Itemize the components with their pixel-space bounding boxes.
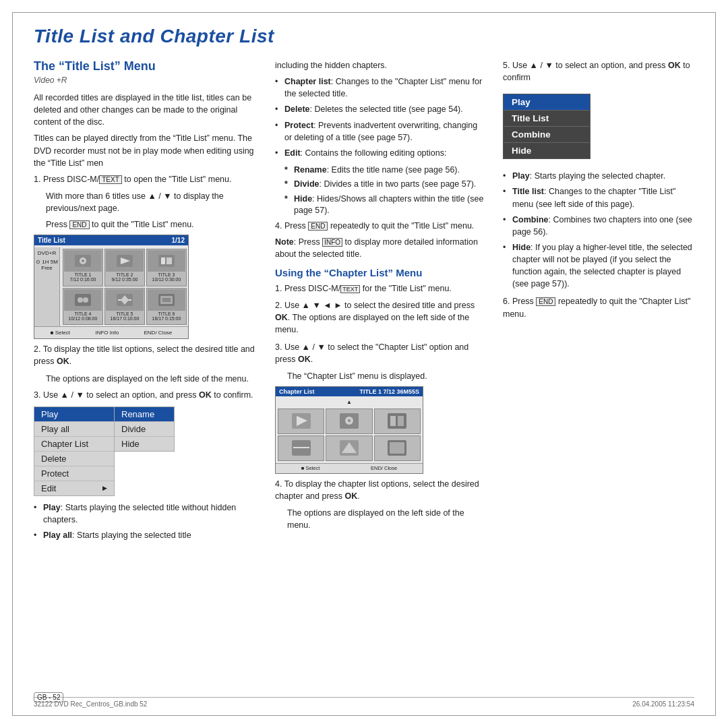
- intro-para2: Titles can be played directly from the “…: [34, 132, 256, 169]
- step1d: Press END to quit the "Title List" menu.: [46, 218, 256, 231]
- tl-select: ■ Select: [51, 330, 70, 336]
- subitem-hide: Hide: Hides/Shows all chapters within th…: [284, 193, 484, 217]
- submenu-hide-label: Hide: [121, 439, 140, 449]
- cl-select: ■ Select: [301, 465, 320, 471]
- step4: 4. Press END repeatedly to quit the "Tit…: [275, 220, 484, 232]
- step2-detail: The options are displayed on the left si…: [34, 373, 256, 385]
- bullet-play: Play: Starts playing the selected title …: [34, 502, 256, 526]
- step1-detail: With more than 6 titles use ▲ / ▼ to dis…: [34, 190, 256, 231]
- tl-thumb-5: TITLE 5 16/17 0:10:00: [104, 288, 145, 326]
- tl-header-right: 1/12: [172, 237, 185, 244]
- submenu-divide-label: Divide: [121, 424, 146, 434]
- svg-point-21: [348, 419, 351, 422]
- tl-header: Title List 1/12: [34, 235, 188, 245]
- tl-thumb-2: TITLE 2 9/12 0:35:00: [104, 249, 145, 286]
- svg-point-10: [83, 297, 88, 303]
- menu-play-label: Play: [41, 409, 58, 419]
- chapter-menu-play[interactable]: Play: [504, 94, 590, 111]
- step2-text: 2. To display the title list options, se…: [34, 344, 255, 366]
- step1-text: 1. Press DISC-M/TEXT to open the "Title …: [34, 175, 231, 184]
- ch-step4b-text: The options are displayed on the left si…: [287, 507, 484, 531]
- tl-info: INFO Info: [95, 330, 119, 336]
- cl-arrow-up: ▲: [346, 399, 352, 405]
- step5-text: 5. Use ▲ / ▼ to select an option, and pr…: [503, 61, 690, 82]
- bullet-edit: Edit: Contains the following editing opt…: [275, 147, 484, 159]
- menu-item-protect[interactable]: Protect: [34, 466, 114, 481]
- section1-title: The “Title List” Menu: [34, 59, 256, 73]
- ch-step4-text: 4. To display the chapter list options, …: [275, 479, 479, 501]
- title-list-image: Title List 1/12 DVD+R ⊙ 1H 5MFree TITLE …: [34, 235, 189, 339]
- note-text: Note: Press INFO to display more detaile…: [275, 237, 484, 260]
- title-list-menu: Play Play all Chapter List Delete Protec…: [34, 406, 256, 496]
- svg-point-2: [82, 260, 84, 262]
- menu-item-play[interactable]: Play: [34, 407, 114, 422]
- cl-title-info: TITLE 1 7/12 36M55S: [359, 388, 419, 395]
- cl-header-left: Chapter List: [279, 388, 315, 395]
- ch-step3: 3. Use ▲ / ▼ to select the "Chapter List…: [275, 341, 484, 365]
- step4-text: 4. Press END repeatedly to quit the "Tit…: [275, 221, 474, 231]
- chapter-section-title: Using the “Chapter List” Menu: [275, 267, 484, 278]
- right-bullets: Play: Starts playing the selected chapte…: [503, 170, 694, 290]
- chapter-menu-combine[interactable]: Combine: [504, 127, 590, 143]
- tl-left-bar: DVD+R ⊙ 1H 5MFree: [34, 247, 60, 326]
- subitem-rename: Rename: Edits the title name (see page 5…: [284, 164, 484, 177]
- step3-text: 3. Use ▲ / ▼ to select an option, and pr…: [34, 390, 253, 400]
- middle-bullets: Chapter list: Changes to the "Chapter Li…: [275, 75, 484, 159]
- chapter-menu-titlelist[interactable]: Title List: [504, 111, 590, 127]
- svg-rect-23: [390, 416, 396, 426]
- right-column: 5. Use ▲ / ▼ to select an option, and pr…: [503, 59, 694, 547]
- rbullet-hide: Hide: If you play a higher-level title, …: [503, 241, 694, 291]
- menu-item-playall[interactable]: Play all: [34, 422, 114, 437]
- ch-step4b: The options are displayed on the left si…: [275, 507, 484, 531]
- step1: 1. Press DISC-M/TEXT to open the "Title …: [34, 173, 256, 185]
- main-menu-box: Play Play all Chapter List Delete Protec…: [34, 406, 115, 496]
- rbullet-titlelist: Title list: Changes to the chapter "Titl…: [503, 185, 694, 210]
- main-layout: The “Title List” Menu Video +R All recor…: [34, 59, 694, 547]
- svg-rect-7: [166, 257, 172, 264]
- page-title: Title List and Chapter List: [34, 26, 694, 47]
- step2b: The options are displayed on the left si…: [46, 373, 256, 385]
- subitem-divide: Divide: Divides a title in two parts (se…: [284, 179, 484, 191]
- left-bullets: Play: Starts playing the selected title …: [34, 502, 256, 541]
- ch-step2-text: 2. Use ▲ ▼ ◄ ► to select the desired tit…: [275, 301, 475, 334]
- page-content: Title List and Chapter List The “Title L…: [34, 19, 694, 709]
- cl-thumb-5: [326, 435, 372, 461]
- cl-close: END/ Close: [371, 465, 397, 471]
- middle-column: including the hidden chapters. Chapter l…: [275, 59, 484, 547]
- ch-step3-text: 3. Use ▲ / ▼ to select the "Chapter List…: [275, 342, 468, 364]
- svg-rect-6: [161, 257, 165, 264]
- step1c: With more than 6 titles use ▲ / ▼ to dis…: [46, 190, 256, 214]
- submenu-rename[interactable]: Rename: [115, 407, 174, 422]
- cl-thumb-6: [374, 435, 421, 461]
- arrow-right-icon: ▶: [102, 485, 107, 491]
- menu-item-edit[interactable]: Edit ▶: [34, 481, 114, 495]
- middle-intro: including the hidden chapters.: [275, 59, 484, 71]
- step3: 3. Use ▲ / ▼ to select an option, and pr…: [34, 389, 256, 401]
- tl-space: ⊙ 1H 5MFree: [36, 259, 58, 271]
- step6-text: 6. Press END repeatedly to quit the "Cha…: [503, 297, 690, 318]
- tl-thumb-4: TITLE 4 10/12 0:08:00: [63, 288, 103, 326]
- tl-close: END/ Close: [144, 330, 173, 336]
- submenu-divide[interactable]: Divide: [115, 422, 174, 437]
- edit-submenu-box: Rename Divide Hide: [114, 406, 175, 452]
- chapter-menu-titlelist-label: Title List: [512, 113, 549, 123]
- ch-step3b-text: The “Chapter List” menu is displayed.: [287, 370, 484, 382]
- rbullet-play: Play: Starts playing the selected chapte…: [503, 170, 694, 182]
- chapter-list-image: Chapter List TITLE 1 7/12 36M55S ▲: [275, 386, 423, 474]
- bullet-chapterlist: Chapter list: Changes to the "Chapter Li…: [275, 75, 484, 100]
- menu-delete-label: Delete: [41, 454, 67, 464]
- footer-right: 26.04.2005 11:23:54: [632, 700, 694, 708]
- step2: 2. To display the title list options, se…: [34, 343, 256, 367]
- cl-thumb-1: [278, 408, 324, 434]
- ch-step2: 2. Use ▲ ▼ ◄ ► to select the desired tit…: [275, 299, 484, 336]
- gb-badge-text: GB: [37, 694, 47, 701]
- menu-item-delete[interactable]: Delete: [34, 452, 114, 466]
- ch-step4: 4. To display the chapter list options, …: [275, 478, 484, 502]
- svg-rect-24: [398, 416, 404, 426]
- svg-rect-30: [390, 442, 404, 454]
- submenu-hide[interactable]: Hide: [115, 437, 174, 451]
- menu-item-chapterlist[interactable]: Chapter List: [34, 437, 114, 452]
- chapter-menu-hide[interactable]: Hide: [504, 143, 590, 158]
- tl-content: TITLE 1 7/12 0:16:00 TITLE 2 9/12 0:35:0…: [61, 247, 188, 326]
- cl-thumb-2: [326, 408, 372, 434]
